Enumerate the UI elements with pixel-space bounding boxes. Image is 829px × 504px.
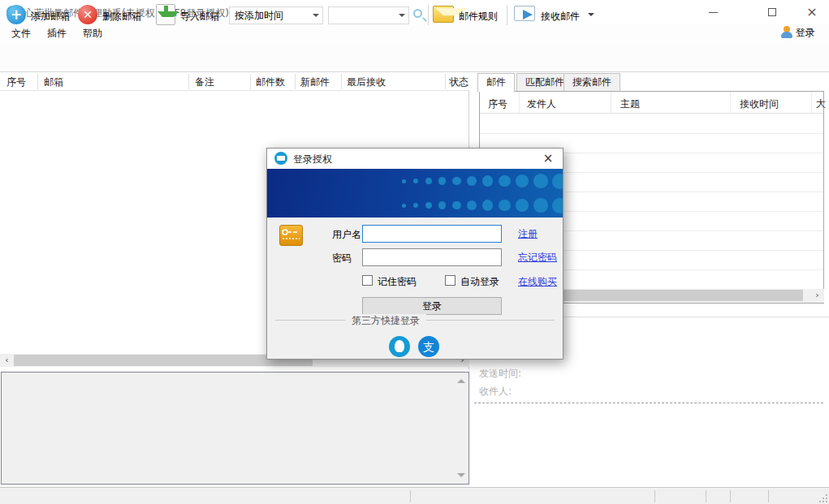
add-mailbox-button[interactable]: 添加邮箱: [31, 10, 70, 24]
login-dialog: 登录授权 × 用户名 注册 密码 忘记密码 记住密码 自动登录 在线购买 登录 …: [266, 148, 563, 360]
app-logo-icon: [274, 152, 287, 165]
import-mailbox-button[interactable]: 导入邮箱: [180, 10, 219, 24]
scroll-up-icon[interactable]: [457, 379, 465, 383]
tab-search-mail[interactable]: 搜索邮件: [563, 73, 620, 91]
col-sender[interactable]: 发件人: [527, 97, 556, 111]
status-separator: [654, 490, 655, 502]
qq-login-icon[interactable]: [389, 336, 410, 357]
menu-login-label: 登录: [796, 27, 815, 38]
log-vertical-scrollbar[interactable]: [455, 374, 467, 482]
person-icon: [781, 26, 792, 38]
receive-mail-icon[interactable]: [514, 6, 535, 21]
scroll-right-icon[interactable]: ›: [810, 289, 824, 302]
column-divider[interactable]: [37, 74, 38, 89]
minimize-button[interactable]: [694, 0, 732, 24]
scroll-down-icon[interactable]: [457, 473, 465, 477]
remember-password-checkbox[interactable]: [362, 275, 373, 286]
login-button[interactable]: 登录: [362, 297, 502, 315]
column-divider[interactable]: [250, 74, 251, 89]
menu-help[interactable]: 帮助: [83, 27, 102, 41]
search-icon[interactable]: [413, 9, 422, 18]
col-index[interactable]: 序号: [488, 97, 507, 111]
mail-rules-icon[interactable]: [433, 6, 454, 23]
menu-bar: [0, 24, 829, 42]
dialog-banner: [267, 169, 563, 218]
delete-mailbox-button[interactable]: 删除邮箱: [102, 10, 141, 24]
password-input[interactable]: [362, 248, 502, 266]
status-separator: [730, 490, 731, 502]
col-note[interactable]: 备注: [195, 75, 214, 89]
col-index[interactable]: 序号: [6, 75, 26, 89]
chevron-down-icon: [313, 14, 319, 17]
col-mailbox[interactable]: 邮箱: [44, 75, 63, 89]
col-subject[interactable]: 主题: [620, 97, 640, 111]
column-divider[interactable]: [188, 74, 189, 89]
chevron-down-icon: [399, 14, 405, 17]
dialog-title: 登录授权: [293, 153, 332, 166]
dialog-close-icon[interactable]: ×: [540, 151, 556, 166]
col-new-mail[interactable]: 新邮件: [300, 75, 330, 89]
dialog-title-bar: 登录授权 ×: [267, 149, 563, 169]
menu-plugins[interactable]: 插件: [47, 27, 67, 41]
status-bar: 就绪 4、定制插件等请联系客服QQ276548160 邮箱数: 0 0/0 请登…: [0, 487, 829, 504]
buy-online-link[interactable]: 在线购买: [518, 275, 557, 289]
remember-password-label[interactable]: 记住密码: [378, 275, 417, 289]
scroll-left-icon[interactable]: ‹: [0, 354, 14, 367]
close-button[interactable]: ×: [793, 0, 829, 24]
key-icon: [279, 225, 303, 246]
toolbar: [0, 42, 829, 72]
col-mail-count[interactable]: 邮件数: [256, 75, 285, 89]
status-separator: [768, 490, 769, 502]
column-divider[interactable]: [445, 74, 446, 89]
password-label: 密码: [332, 252, 352, 265]
preview-divider: [474, 403, 823, 403]
receive-mail-dropdown-icon[interactable]: [588, 13, 594, 16]
search-combobox[interactable]: [328, 6, 409, 24]
delete-mailbox-icon[interactable]: ✕: [78, 5, 97, 24]
recipient-label: 收件人:: [479, 385, 512, 398]
add-mailbox-icon[interactable]: +: [6, 5, 26, 24]
col-size[interactable]: 大: [816, 97, 826, 111]
receive-mail-button[interactable]: 接收邮件: [541, 10, 580, 24]
log-textarea[interactable]: [1, 372, 469, 485]
minimize-icon: [709, 12, 718, 13]
toolbar-separator: [507, 5, 507, 25]
alipay-login-icon[interactable]: 支: [418, 336, 439, 357]
col-status[interactable]: 状态: [449, 75, 468, 89]
menu-login-button[interactable]: 登录: [781, 26, 815, 40]
resize-grip[interactable]: [819, 494, 827, 502]
import-mailbox-icon[interactable]: [156, 4, 175, 25]
maximize-button[interactable]: [753, 0, 791, 24]
status-separator: [706, 490, 706, 502]
auto-login-label[interactable]: 自动登录: [460, 275, 499, 289]
maximize-icon: [768, 8, 776, 16]
register-link[interactable]: 注册: [518, 227, 538, 241]
column-divider[interactable]: [295, 74, 296, 89]
column-divider[interactable]: [341, 74, 342, 89]
mail-rules-button[interactable]: 邮件规则: [459, 10, 498, 24]
username-label: 用户名: [332, 228, 361, 242]
mail-table-header: 序号 发件人 主题 接收时间 大: [480, 92, 823, 114]
status-separator: [410, 490, 411, 502]
app-window: 心蓝批量邮件管理助手(未授权，按F8登录授权) × 文件 插件 帮助 登录 + …: [0, 0, 829, 504]
third-party-label: 第三方快捷登录: [345, 314, 426, 328]
col-receive-time[interactable]: 接收时间: [740, 97, 779, 111]
username-input[interactable]: [362, 225, 502, 243]
forgot-password-link[interactable]: 忘记密码: [518, 251, 557, 265]
send-time-label: 发送时间:: [479, 367, 521, 381]
mailbox-table-header: 序号 邮箱 备注 邮件数 新邮件 最后接收 状态: [0, 72, 469, 91]
sort-order-combobox[interactable]: 按添加时间: [229, 6, 323, 24]
tab-mail[interactable]: 邮件: [477, 73, 515, 92]
auto-login-checkbox[interactable]: [445, 275, 456, 286]
menu-file[interactable]: 文件: [11, 27, 31, 41]
col-last-receive[interactable]: 最后接收: [347, 75, 386, 89]
toolbar-separator: [428, 5, 429, 25]
sort-order-value: 按添加时间: [235, 10, 283, 21]
